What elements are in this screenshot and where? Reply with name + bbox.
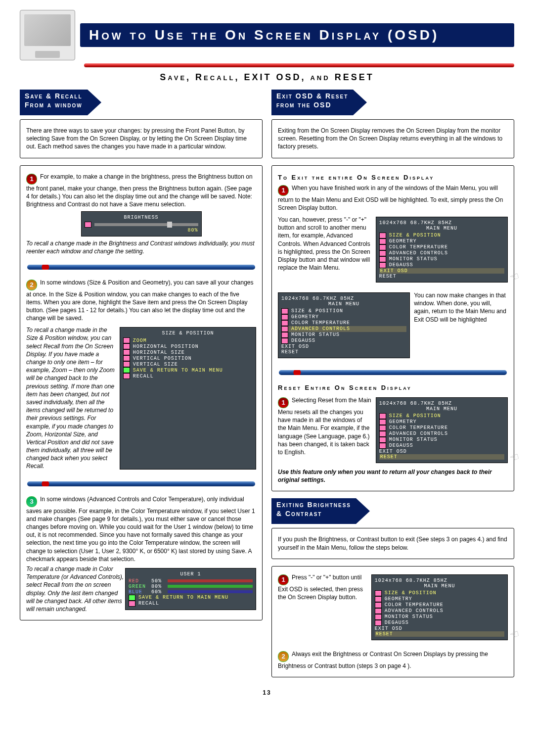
page-title: How to Use the On Screen Display (OSD) (80, 23, 514, 47)
reset-subhead: Reset Entire On Screen Display (278, 384, 508, 391)
intro-box-left: There are three ways to save your change… (20, 119, 263, 158)
reset-warning: Use this feature only when you want to r… (278, 468, 508, 484)
bc-intro-box: If you push the Brightness, or Contrast … (271, 528, 514, 559)
osd-main-menu-1: 1024x768 68.7KHZ 85HZ MAIN MENU SIZE & P… (376, 217, 508, 283)
bc-intro: If you push the Brightness, or Contrast … (278, 535, 508, 551)
bc-steps-box: 1Press "-" or "+" button until Exit OSD … (271, 566, 514, 677)
step3-text: 3In some windows (Advanced Controls and … (26, 495, 256, 563)
badge-2-icon: 2 (278, 651, 289, 662)
right-col: Exit OSD & Reset from the OSD Exiting fr… (271, 90, 514, 684)
divider (27, 265, 255, 270)
divider (27, 481, 255, 486)
flag-label: Save & Recall From a window (20, 90, 88, 115)
bc-step2: Always exit the Brightness or Contrast O… (278, 651, 488, 669)
osd-brightness: BRIGHTNESS 80% (81, 211, 202, 236)
pointer-icon: ☜ (508, 626, 522, 644)
left-col: Save & Recall From a window There are th… (20, 90, 263, 684)
badge-1-icon: 1 (26, 174, 37, 185)
exit-step-a: When you have finished work in any of th… (278, 185, 503, 211)
step1-text: 1For example, to make a change in the br… (26, 173, 256, 209)
bc-step1: Press "-" or "+" button until Exit OSD i… (278, 574, 363, 601)
step1-note: To recall a change made in the Brightnes… (26, 239, 256, 255)
osd-size-position: SIZE & POSITION ZOOM HORIZONTAL POSITION… (120, 327, 256, 469)
divider (279, 370, 507, 375)
monitor-icon (20, 10, 75, 60)
osd-main-menu-2: 1024x768 68.7KHZ 85HZ MAIN MENU SIZE & P… (278, 292, 410, 358)
exit-step-b: You can, however, press "-" or "+" butto… (278, 216, 372, 272)
page-number: 13 (20, 689, 514, 696)
header-row: How to Use the On Screen Display (OSD) (20, 10, 514, 60)
sun-icon (85, 222, 91, 228)
badge-3-icon: 3 (26, 496, 37, 507)
step1-box: 1For example, to make a change in the br… (20, 165, 263, 621)
exit-subhead: To Exit the entire On Screen Display (278, 174, 508, 181)
section-flag-save: Save & Recall From a window (20, 90, 263, 115)
pointer-icon: ☜ (508, 268, 522, 286)
badge-1-icon: 1 (278, 397, 289, 408)
flag-label: Exiting Brightness & Contrast (271, 498, 356, 524)
intro-box-right: Exiting from the On Screen Display remov… (271, 119, 514, 158)
step2-text: 2In some windows (Size & Position and Ge… (26, 279, 256, 323)
badge-2-icon: 2 (26, 280, 37, 290)
osd-main-menu-3: 1024x768 68.7KHZ 85HZ MAIN MENU SIZE & P… (376, 397, 508, 463)
flag-label: Exit OSD & Reset from the OSD (271, 90, 353, 115)
section-flag-exit: Exit OSD & Reset from the OSD (271, 90, 514, 115)
section-flag-brightness: Exiting Brightness & Contrast (271, 498, 514, 524)
step2-note: To recall a change made in the Size & Po… (26, 326, 116, 470)
osd-user1: USER 1 RED50% GREEN80% BLUE60% SAVE & RE… (125, 568, 256, 610)
badge-1-icon: 1 (278, 574, 289, 585)
exit-step-c: You can now make changes in that window.… (414, 291, 508, 359)
reset-step: Selecting Reset from the Main Menu reset… (278, 397, 371, 456)
intro-text: There are three ways to save your change… (26, 127, 256, 151)
badge-1-icon: 1 (278, 185, 289, 196)
exit-box: To Exit the entire On Screen Display 1Wh… (271, 165, 514, 492)
divider-pill (84, 63, 514, 67)
page: How to Use the On Screen Display (OSD) S… (0, 0, 534, 711)
osd-main-menu-4: 1024x768 68.7KHZ 85HZ MAIN MENU SIZE & P… (371, 574, 508, 640)
intro-text: Exiting from the On Screen Display remov… (278, 127, 508, 151)
pointer-icon: ☜ (508, 449, 522, 467)
page-subtitle: Save, Recall, EXIT OSD, and RESET (20, 72, 514, 83)
